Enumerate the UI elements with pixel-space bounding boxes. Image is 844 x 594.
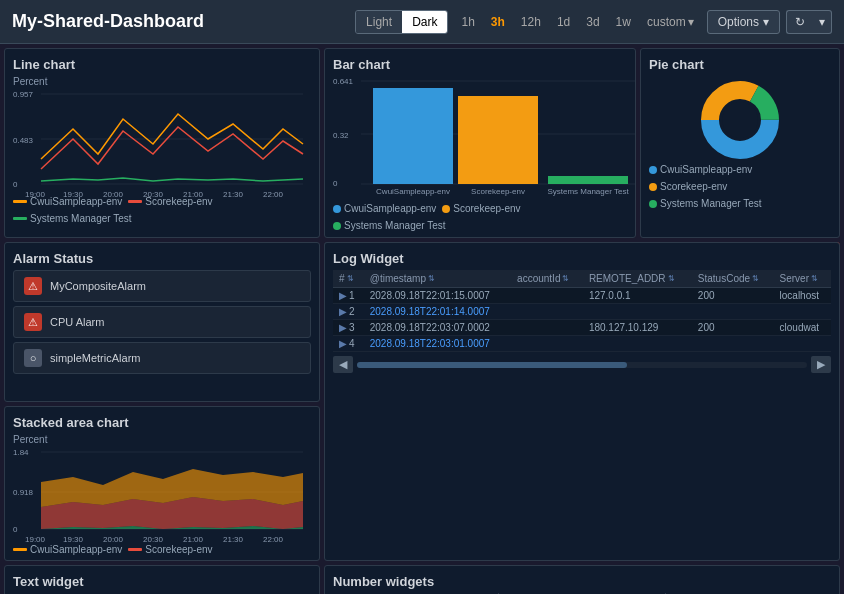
time-1h-button[interactable]: 1h [454,12,481,32]
bar-chart-title: Bar chart [333,57,627,72]
legend-systems: Systems Manager Test [13,213,132,224]
cell-server: localhost [774,288,831,304]
alarm-status-title: Alarm Status [13,251,311,266]
svg-text:20:00: 20:00 [103,535,124,544]
refresh-dropdown-button[interactable]: ▾ [813,10,832,34]
y-mid-label: 0.483 [13,136,34,145]
cell-accountid [511,288,583,304]
expand-icon[interactable]: ▶ [339,338,347,349]
svg-text:20:30: 20:30 [143,535,164,544]
cell-accountid [511,304,583,320]
cell-timestamp: 2028.09.18T22:03:07.0002 [364,320,511,336]
cell-num: ▶3 [333,320,364,336]
cell-num: ▶1 [333,288,364,304]
legend-bar-cwui: CwuiSampleapp-env [333,203,436,214]
time-3d-button[interactable]: 3d [579,12,606,32]
table-row[interactable]: ▶2 2028.09.18T22:01:14.0007 [333,304,831,320]
bar-chart-legend: CwuiSampleapp-env Scorekeep-env Systems … [333,203,627,231]
col-accountid: accountId ⇅ [511,270,583,288]
log-next-button[interactable]: ▶ [811,356,831,373]
log-widget-panel: Log Widget # ⇅ @timestamp ⇅ accountId ⇅ … [324,242,840,561]
cell-remote: 127.0.0.1 [583,288,692,304]
header: My-Shared-Dashboard Light Dark 1h 3h 12h… [0,0,844,44]
theme-toggle: Light Dark [355,10,448,34]
expand-icon[interactable]: ▶ [339,322,347,333]
col-timestamp: @timestamp ⇅ [364,270,511,288]
legend-scorekeep-label: Scorekeep-env [145,196,212,207]
svg-text:22:00: 22:00 [263,535,284,544]
cell-timestamp: 2028.09.18T22:01:15.0007 [364,288,511,304]
cell-server [774,336,831,352]
cell-timestamp: 2028.09.18T22:01:14.0007 [364,304,511,320]
cell-accountid [511,320,583,336]
alarm-icon-red: ⚠ [24,277,42,295]
pie-chart-container [649,80,831,160]
svg-text:0.918: 0.918 [13,488,34,497]
cell-server: cloudwat [774,320,831,336]
col-server: Server ⇅ [774,270,831,288]
table-row[interactable]: ▶1 2028.09.18T22:01:15.0007 127.0.0.1 20… [333,288,831,304]
pie-hole [722,102,758,138]
options-button[interactable]: Options ▾ [707,10,780,34]
legend-scorekeep-color [128,200,142,203]
alarm-icon-gray: ○ [24,349,42,367]
log-scrollbar[interactable] [357,362,807,368]
expand-icon[interactable]: ▶ [339,290,347,301]
log-table-body: ▶1 2028.09.18T22:01:15.0007 127.0.0.1 20… [333,288,831,352]
stacked-subtitle: Percent [13,434,311,445]
text-widget-title: Text widget [13,574,311,589]
svg-text:1.84: 1.84 [13,448,29,457]
log-scroll-wrapper[interactable]: # ⇅ @timestamp ⇅ accountId ⇅ REMOTE_ADDR… [333,270,831,352]
legend-pie-scorekeep: Scorekeep-env [649,181,831,192]
col-num: # ⇅ [333,270,364,288]
alarm-item-composite[interactable]: ⚠ MyCompositeAlarm [13,270,311,302]
stacked-svg: 1.84 0.918 0 19:00 19:30 20:00 20:30 21:… [13,447,303,537]
theme-dark-button[interactable]: Dark [402,11,447,33]
time-3h-button[interactable]: 3h [484,12,512,32]
bar-scorekeep [458,96,538,184]
alarm-name-composite: MyCompositeAlarm [50,280,146,292]
time-custom-button[interactable]: custom ▾ [640,12,701,32]
table-row[interactable]: ▶3 2028.09.18T22:03:07.0002 180.127.10.1… [333,320,831,336]
expand-icon[interactable]: ▶ [339,306,347,317]
pie-chart-title: Pie chart [649,57,831,72]
col-status: StatusCode ⇅ [692,270,774,288]
refresh-button[interactable]: ↻ [786,10,813,34]
legend-stacked-scorekeep: Scorekeep-env [128,544,212,555]
line-chart-panel: Line chart Percent 0.957 0.483 0 19:00 1… [4,48,320,238]
alarm-item-simple[interactable]: ○ simpleMetricAlarm [13,342,311,374]
table-row[interactable]: ▶4 2028.09.18T22:03:01.0007 [333,336,831,352]
time-1d-button[interactable]: 1d [550,12,577,32]
cell-status: 200 [692,288,774,304]
line-cwui [41,114,303,159]
time-1w-button[interactable]: 1w [609,12,638,32]
chevron-down-icon: ▾ [688,15,694,29]
legend-scorekeep: Scorekeep-env [128,196,212,207]
line-chart-subtitle: Percent [13,76,311,87]
legend-pie-systems: Systems Manager Test [649,198,831,209]
y-max-label: 0.957 [13,90,34,99]
time-12h-button[interactable]: 12h [514,12,548,32]
stacked-area-panel: Stacked area chart Percent 1.84 0.918 0 … [4,406,320,561]
alarm-item-cpu[interactable]: ⚠ CPU Alarm [13,306,311,338]
number-widgets-title: Number widgets [333,574,831,589]
cell-remote [583,304,692,320]
cell-remote [583,336,692,352]
pie-chart-svg [700,80,780,160]
svg-text:Systems Manager Test: Systems Manager Test [547,187,629,196]
svg-text:19:00: 19:00 [25,535,46,544]
svg-text:CwuiSampleapp-env: CwuiSampleapp-env [376,187,450,196]
svg-text:21:30: 21:30 [223,190,244,199]
line-systems [41,178,303,181]
line-chart-legend: CwuiSampleapp-env Scorekeep-env Systems … [13,196,311,224]
number-widgets-panel: Number widgets 0.53% CwuiSampleapp-env 0… [324,565,840,594]
bar-systems [548,176,628,184]
log-prev-button[interactable]: ◀ [333,356,353,373]
legend-cwui-color [13,200,27,203]
options-label: Options [718,15,759,29]
legend-systems-color [13,217,27,220]
legend-bar-scorekeep: Scorekeep-env [442,203,520,214]
theme-light-button[interactable]: Light [356,11,402,33]
cell-status [692,304,774,320]
alarm-status-panel: Alarm Status ⚠ MyCompositeAlarm ⚠ CPU Al… [4,242,320,402]
